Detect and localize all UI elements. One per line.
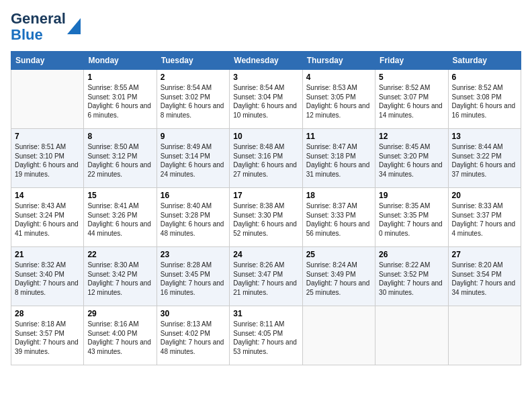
sunset-label: Sunset: 3:18 PM	[306, 152, 356, 160]
sunrise-label: Sunrise: 8:52 AM	[452, 84, 503, 91]
sunrise-label: Sunrise: 8:33 AM	[452, 202, 503, 210]
sunrise-label: Sunrise: 8:50 AM	[87, 143, 138, 150]
day-info: Sunrise: 8:44 AM Sunset: 3:22 PM Dayligh…	[452, 142, 517, 179]
calendar-cell: 18 Sunrise: 8:37 AM Sunset: 3:33 PM Dayl…	[302, 188, 375, 247]
sunrise-label: Sunrise: 8:41 AM	[87, 202, 138, 210]
day-info: Sunrise: 8:26 AM Sunset: 3:47 PM Dayligh…	[233, 261, 298, 297]
day-info: Sunrise: 8:35 AM Sunset: 3:35 PM Dayligh…	[379, 201, 444, 238]
day-info: Sunrise: 8:54 AM Sunset: 3:02 PM Dayligh…	[161, 83, 226, 120]
calendar-cell: 9 Sunrise: 8:49 AM Sunset: 3:14 PM Dayli…	[157, 129, 229, 188]
day-number: 16	[161, 191, 226, 200]
day-number: 9	[161, 132, 226, 141]
calendar-cell: 19 Sunrise: 8:35 AM Sunset: 3:35 PM Dayl…	[375, 188, 448, 247]
calendar-cell: 6 Sunrise: 8:52 AM Sunset: 3:08 PM Dayli…	[448, 70, 521, 129]
day-number: 26	[379, 250, 444, 259]
calendar-week-row: 28 Sunrise: 8:18 AM Sunset: 3:57 PM Dayl…	[11, 306, 521, 365]
column-header-sunday: Sunday	[11, 52, 84, 70]
calendar-cell	[302, 306, 375, 365]
calendar-cell: 23 Sunrise: 8:28 AM Sunset: 3:45 PM Dayl…	[157, 247, 229, 306]
daylight-label: Daylight: 7 hours and 25 minutes.	[306, 279, 370, 296]
daylight-label: Daylight: 7 hours and 43 minutes.	[87, 338, 151, 355]
sunrise-label: Sunrise: 8:16 AM	[87, 320, 138, 328]
day-info: Sunrise: 8:48 AM Sunset: 3:16 PM Dayligh…	[233, 142, 298, 179]
sunset-label: Sunset: 3:08 PM	[452, 93, 502, 101]
calendar-cell	[448, 306, 521, 365]
sunrise-label: Sunrise: 8:51 AM	[15, 143, 66, 150]
day-info: Sunrise: 8:53 AM Sunset: 3:05 PM Dayligh…	[306, 83, 371, 120]
calendar-cell: 3 Sunrise: 8:54 AM Sunset: 3:04 PM Dayli…	[230, 70, 302, 129]
day-info: Sunrise: 8:13 AM Sunset: 4:02 PM Dayligh…	[161, 320, 226, 356]
daylight-label: Daylight: 7 hours and 53 minutes.	[233, 338, 297, 355]
column-header-wednesday: Wednesday	[230, 52, 302, 70]
daylight-label: Daylight: 6 hours and 41 minutes.	[15, 220, 79, 237]
calendar-header-row: SundayMondayTuesdayWednesdayThursdayFrid…	[11, 52, 521, 70]
sunrise-label: Sunrise: 8:11 AM	[233, 320, 284, 328]
logo: General Blue	[11, 11, 81, 43]
sunset-label: Sunset: 3:30 PM	[233, 212, 283, 219]
sunrise-label: Sunrise: 8:26 AM	[233, 261, 284, 269]
day-number: 31	[233, 309, 298, 318]
calendar-cell: 26 Sunrise: 8:22 AM Sunset: 3:52 PM Dayl…	[375, 247, 448, 306]
daylight-label: Daylight: 7 hours and 21 minutes.	[233, 279, 297, 296]
column-header-tuesday: Tuesday	[157, 52, 229, 70]
daylight-label: Daylight: 6 hours and 37 minutes.	[452, 161, 516, 178]
day-number: 17	[233, 191, 298, 200]
day-number: 5	[379, 73, 444, 82]
calendar-cell: 16 Sunrise: 8:40 AM Sunset: 3:28 PM Dayl…	[157, 188, 229, 247]
day-info: Sunrise: 8:11 AM Sunset: 4:05 PM Dayligh…	[233, 320, 298, 356]
day-number: 15	[87, 191, 152, 200]
calendar-cell: 4 Sunrise: 8:53 AM Sunset: 3:05 PM Dayli…	[302, 70, 375, 129]
daylight-label: Daylight: 6 hours and 48 minutes.	[161, 220, 224, 237]
sunset-label: Sunset: 3:45 PM	[161, 271, 210, 278]
sunset-label: Sunset: 3:10 PM	[15, 152, 64, 160]
day-number: 20	[452, 191, 517, 200]
sunset-label: Sunset: 3:37 PM	[452, 212, 502, 219]
sunrise-label: Sunrise: 8:30 AM	[87, 261, 138, 269]
sunset-label: Sunset: 3:40 PM	[15, 271, 64, 278]
page-header: General Blue	[11, 11, 521, 43]
daylight-label: Daylight: 7 hours and 34 minutes.	[452, 279, 516, 296]
day-info: Sunrise: 8:54 AM Sunset: 3:04 PM Dayligh…	[233, 83, 298, 120]
sunset-label: Sunset: 3:35 PM	[379, 212, 429, 219]
sunrise-label: Sunrise: 8:40 AM	[161, 202, 212, 210]
day-number: 1	[87, 73, 152, 82]
sunset-label: Sunset: 3:05 PM	[306, 93, 356, 101]
day-info: Sunrise: 8:52 AM Sunset: 3:08 PM Dayligh…	[452, 83, 517, 120]
calendar-cell: 28 Sunrise: 8:18 AM Sunset: 3:57 PM Dayl…	[11, 306, 84, 365]
sunrise-label: Sunrise: 8:20 AM	[452, 261, 503, 269]
calendar-cell: 31 Sunrise: 8:11 AM Sunset: 4:05 PM Dayl…	[230, 306, 302, 365]
day-info: Sunrise: 8:43 AM Sunset: 3:24 PM Dayligh…	[15, 201, 80, 238]
sunrise-label: Sunrise: 8:52 AM	[379, 84, 430, 91]
day-number: 29	[87, 309, 152, 318]
sunset-label: Sunset: 3:02 PM	[161, 93, 210, 101]
daylight-label: Daylight: 7 hours and 30 minutes.	[379, 279, 443, 296]
daylight-label: Daylight: 6 hours and 16 minutes.	[452, 102, 516, 119]
day-number: 30	[161, 309, 226, 318]
calendar-cell: 22 Sunrise: 8:30 AM Sunset: 3:42 PM Dayl…	[84, 247, 157, 306]
day-info: Sunrise: 8:40 AM Sunset: 3:28 PM Dayligh…	[161, 201, 226, 238]
day-info: Sunrise: 8:49 AM Sunset: 3:14 PM Dayligh…	[161, 142, 226, 179]
logo-line1: General	[11, 11, 66, 27]
svg-marker-0	[67, 18, 81, 34]
day-info: Sunrise: 8:28 AM Sunset: 3:45 PM Dayligh…	[161, 261, 226, 297]
calendar-cell: 7 Sunrise: 8:51 AM Sunset: 3:10 PM Dayli…	[11, 129, 84, 188]
day-info: Sunrise: 8:22 AM Sunset: 3:52 PM Dayligh…	[379, 261, 444, 297]
day-info: Sunrise: 8:45 AM Sunset: 3:20 PM Dayligh…	[379, 142, 444, 179]
logo-line2: Blue	[11, 27, 66, 43]
daylight-label: Daylight: 6 hours and 52 minutes.	[233, 220, 297, 237]
calendar-cell: 21 Sunrise: 8:32 AM Sunset: 3:40 PM Dayl…	[11, 247, 84, 306]
calendar-cell: 27 Sunrise: 8:20 AM Sunset: 3:54 PM Dayl…	[448, 247, 521, 306]
day-number: 24	[233, 250, 298, 259]
daylight-label: Daylight: 7 hours and 4 minutes.	[452, 220, 516, 237]
daylight-label: Daylight: 6 hours and 56 minutes.	[306, 220, 370, 237]
sunrise-label: Sunrise: 8:18 AM	[15, 320, 66, 328]
calendar-cell	[11, 70, 84, 129]
day-info: Sunrise: 8:41 AM Sunset: 3:26 PM Dayligh…	[87, 201, 152, 238]
day-number: 6	[452, 73, 517, 82]
day-number: 7	[15, 132, 80, 141]
calendar-cell: 24 Sunrise: 8:26 AM Sunset: 3:47 PM Dayl…	[230, 247, 302, 306]
sunset-label: Sunset: 3:24 PM	[15, 212, 64, 219]
sunset-label: Sunset: 3:01 PM	[87, 93, 137, 101]
sunrise-label: Sunrise: 8:38 AM	[233, 202, 284, 210]
calendar-cell: 14 Sunrise: 8:43 AM Sunset: 3:24 PM Dayl…	[11, 188, 84, 247]
